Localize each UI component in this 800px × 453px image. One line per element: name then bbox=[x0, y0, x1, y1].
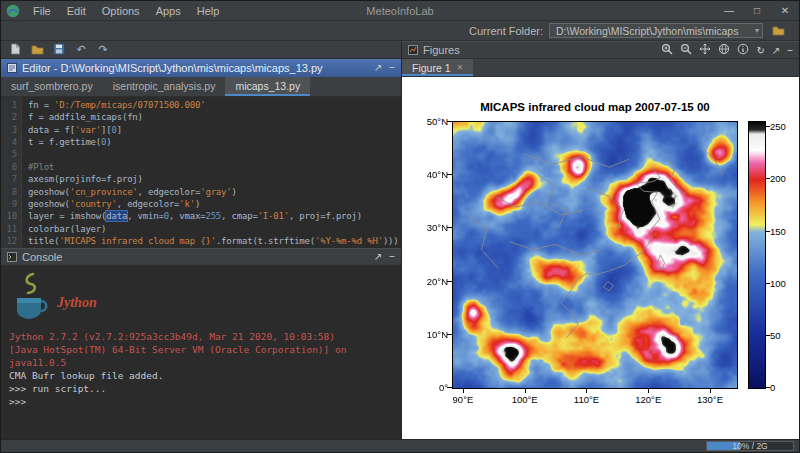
chevron-down-icon[interactable]: ▾ bbox=[755, 26, 759, 35]
info-icon bbox=[737, 43, 749, 55]
collapse-panel-icon[interactable]: − bbox=[389, 62, 395, 73]
main-area: ↶ ↷ Editor - D:\Working\MIScript\Jython\… bbox=[1, 41, 799, 439]
figure-tab-bar: Figure 1 ✕ bbox=[402, 59, 799, 77]
meteoinfolab-window: File Edit Options Apps Help MeteoInfoLab… bbox=[0, 0, 800, 453]
y-tick-label: 0° bbox=[410, 382, 448, 393]
line-number-gutter: 123456789101112 bbox=[1, 97, 22, 248]
refresh-button[interactable]: ↻ bbox=[756, 45, 764, 56]
memory-indicator[interactable]: 10% / 2G bbox=[706, 441, 794, 451]
console-panel-header: Console ↗ − bbox=[1, 248, 401, 266]
save-icon bbox=[53, 43, 65, 55]
tab-label: isentropic_analysis.py bbox=[113, 80, 216, 92]
tick-mark bbox=[710, 389, 711, 393]
console-panel-title: Console bbox=[22, 251, 62, 263]
menu-options[interactable]: Options bbox=[94, 1, 148, 20]
close-icon[interactable]: ✕ bbox=[771, 1, 799, 20]
folder-icon bbox=[772, 25, 785, 36]
menu-edit[interactable]: Edit bbox=[59, 1, 94, 20]
tick-mark bbox=[525, 389, 526, 393]
editor-tab-bar: surf_sombrero.py isentropic_analysis.py … bbox=[1, 77, 401, 97]
y-tick-label: 50°N bbox=[410, 116, 448, 127]
tab-surf-sombrero[interactable]: surf_sombrero.py bbox=[1, 77, 103, 96]
float-panel-icon[interactable]: ↗ bbox=[772, 45, 780, 56]
new-file-button[interactable] bbox=[6, 41, 24, 57]
close-tab-icon[interactable]: ✕ bbox=[457, 63, 464, 72]
colorbar-tick-label: 200 bbox=[770, 173, 786, 184]
collapse-panel-icon[interactable]: − bbox=[787, 45, 793, 56]
float-panel-icon[interactable]: ↗ bbox=[374, 62, 382, 73]
tab-label: micaps_13.py bbox=[235, 80, 300, 92]
float-panel-icon[interactable]: ↗ bbox=[374, 251, 382, 262]
current-folder-bar: Current Folder: D:\Working\MIScript\Jyth… bbox=[1, 21, 799, 41]
left-column: ↶ ↷ Editor - D:\Working\MIScript\Jython\… bbox=[1, 41, 402, 439]
menu-help[interactable]: Help bbox=[189, 1, 228, 20]
map-plot-frame bbox=[452, 121, 738, 389]
open-file-button[interactable] bbox=[28, 41, 46, 57]
console-output[interactable]: Jython Jython 2.7.2 (v2.7.2:925a3cc3b49d… bbox=[1, 266, 401, 439]
current-folder-value: D:\Working\MIScript\Jython\mis\micaps bbox=[556, 25, 738, 37]
console-icon bbox=[7, 252, 17, 262]
tick-mark bbox=[766, 231, 770, 232]
collapse-panel-icon[interactable]: − bbox=[389, 251, 395, 262]
zoom-in-icon bbox=[661, 43, 673, 55]
status-bar: 10% / 2G bbox=[1, 439, 799, 452]
x-tick-label: 120°E bbox=[628, 394, 668, 405]
code-editor[interactable]: 123456789101112 fn = 'D:/Temp/micaps/070… bbox=[1, 97, 401, 248]
pan-button[interactable] bbox=[699, 43, 711, 57]
x-tick-label: 130°E bbox=[690, 394, 730, 405]
editor-panel-title: Editor - D:\Working\MIScript\Jython\mis\… bbox=[22, 62, 323, 74]
colorbar-frame bbox=[748, 121, 766, 389]
tick-mark bbox=[447, 387, 452, 388]
current-folder-label: Current Folder: bbox=[469, 25, 543, 37]
zoom-out-icon bbox=[680, 43, 692, 55]
menu-file[interactable]: File bbox=[25, 1, 59, 20]
tab-micaps-13[interactable]: micaps_13.py bbox=[225, 77, 310, 96]
browse-folder-button[interactable] bbox=[769, 23, 787, 39]
tick-mark bbox=[586, 389, 587, 393]
maximize-icon[interactable]: □ bbox=[743, 1, 771, 20]
redo-button[interactable]: ↷ bbox=[94, 41, 112, 57]
colorbar bbox=[749, 122, 765, 388]
figure-title: MICAPS infrared cloud map 2007-07-15 00 bbox=[452, 101, 738, 113]
map-plot[interactable] bbox=[453, 122, 737, 388]
open-folder-icon bbox=[31, 44, 44, 55]
menu-bar: File Edit Options Apps Help MeteoInfoLab… bbox=[1, 1, 799, 21]
x-tick-label: 100°E bbox=[505, 394, 545, 405]
save-file-button[interactable] bbox=[50, 41, 68, 57]
tab-isentropic-analysis[interactable]: isentropic_analysis.py bbox=[103, 77, 226, 96]
tab-figure-1[interactable]: Figure 1 ✕ bbox=[402, 59, 473, 76]
tick-mark bbox=[766, 283, 770, 284]
tick-mark bbox=[766, 335, 770, 336]
figures-panel-title: Figures bbox=[423, 44, 460, 56]
code-text[interactable]: fn = 'D:/Temp/micaps/07071500.000'f = ad… bbox=[22, 97, 401, 248]
file-toolbar: ↶ ↷ bbox=[1, 41, 401, 59]
tick-mark bbox=[447, 334, 452, 335]
full-extent-button[interactable] bbox=[718, 43, 730, 57]
editor-panel: Editor - D:\Working\MIScript\Jython\mis\… bbox=[1, 59, 401, 248]
zoom-in-button[interactable] bbox=[661, 43, 673, 57]
zoom-out-button[interactable] bbox=[680, 43, 692, 57]
console-panel: Console ↗ − Jython bbox=[1, 248, 401, 439]
y-tick-label: 20°N bbox=[410, 276, 448, 287]
x-tick-label: 90°E bbox=[443, 394, 483, 405]
tick-mark bbox=[648, 389, 649, 393]
identify-button[interactable] bbox=[737, 43, 749, 57]
colorbar-tick-label: 50 bbox=[770, 330, 781, 341]
x-tick-label: 110°E bbox=[566, 394, 606, 405]
figures-panel-header: Figures bbox=[402, 41, 799, 59]
colorbar-tick-label: 150 bbox=[770, 226, 786, 237]
tick-mark bbox=[447, 227, 452, 228]
editor-icon bbox=[7, 63, 17, 73]
menu-apps[interactable]: Apps bbox=[148, 1, 189, 20]
tick-mark bbox=[766, 178, 770, 179]
y-tick-label: 10°N bbox=[410, 329, 448, 340]
undo-button[interactable]: ↶ bbox=[72, 41, 90, 57]
new-file-icon bbox=[10, 43, 21, 55]
current-folder-combobox[interactable]: D:\Working\MIScript\Jython\mis\micaps ▾ bbox=[549, 23, 763, 38]
colorbar-tick-label: 0 bbox=[770, 382, 775, 393]
figure-canvas-area[interactable]: MICAPS infrared cloud map 2007-07-15 00 … bbox=[402, 77, 799, 439]
colorbar-tick-label: 250 bbox=[770, 121, 786, 132]
tick-mark bbox=[766, 126, 770, 127]
y-tick-label: 40°N bbox=[410, 169, 448, 180]
minimize-icon[interactable]: — bbox=[715, 1, 743, 20]
